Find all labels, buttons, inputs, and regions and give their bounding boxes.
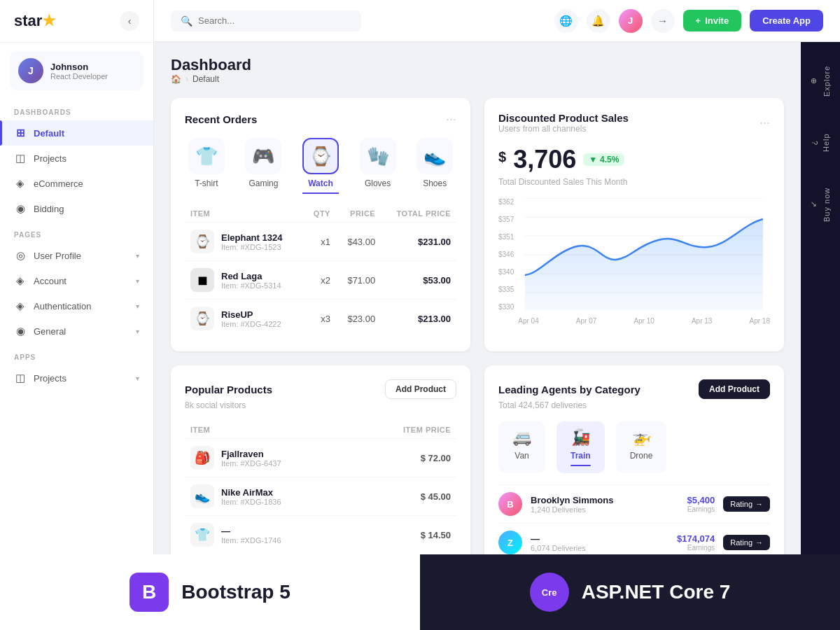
invite-button[interactable]: + Invite (683, 10, 742, 31)
x-label: Apr 18 (750, 317, 770, 325)
product-row: 👟 Nike AirMax Item: #XDG-1836 $ 45.00 (185, 477, 456, 515)
create-app-button[interactable]: Create App (750, 10, 823, 31)
agent-info: — 6,074 Deliveries (531, 533, 657, 552)
logo-star: ★ (42, 12, 56, 29)
discounted-sales-title: Discounted Product Sales (498, 112, 629, 124)
bootstrap-overlay: B Bootstrap 5 (0, 554, 420, 630)
product-price: $ 45.00 (421, 491, 451, 502)
sidebar-label-default: Default (34, 128, 139, 139)
sidebar-item-authentication[interactable]: ◈ Authentication ▾ (0, 293, 153, 318)
product-id: Item: #XDG-6437 (221, 459, 281, 468)
sidebar-item-account[interactable]: ◈ Account ▾ (0, 268, 153, 293)
sidebar-label-projects-app: Projects (34, 373, 129, 384)
bidding-icon: ◉ (14, 202, 27, 215)
agent-earnings: $5,400 Earnings (666, 495, 715, 513)
col-price: PRICE (336, 205, 381, 223)
col-qty: QTY (304, 205, 336, 223)
orders-table: ITEM QTY PRICE TOTAL PRICE ⌚ (185, 205, 456, 337)
agent-name: — (531, 533, 657, 544)
active-tab-underline (570, 465, 591, 466)
arrow-icon: → (755, 538, 763, 547)
popular-products-title: Popular Products (185, 384, 272, 396)
trend-icon: ▼ (589, 155, 597, 164)
y-label: $346 (498, 251, 514, 258)
rating-label: Rating (730, 538, 752, 547)
stats-badge: ▼ 4.5% (583, 153, 624, 166)
add-product-button[interactable]: Add Product (385, 379, 456, 399)
chevron-down-icon-4: ▾ (136, 328, 139, 335)
tab-watch[interactable]: ⌚ Watch (302, 138, 339, 194)
discounted-sales-header: Discounted Product Sales Users from all … (498, 112, 770, 134)
table-cell-total: $213.00 (381, 300, 456, 338)
add-product-button-agents[interactable]: Add Product (699, 379, 770, 399)
sidebar-item-projects-app[interactable]: ◫ Projects ▾ (0, 365, 153, 391)
table-cell-item: ◼ Red Laga Item: #XDG-5314 (185, 261, 304, 300)
discounted-menu-icon[interactable]: ··· (760, 115, 770, 130)
sidebar-label-authentication: Authentication (34, 301, 129, 312)
agent-name: Brooklyn Simmons (531, 495, 657, 505)
table-row: ⌚ RiseUP Item: #XDG-4222 x3 $23.00 (185, 300, 456, 338)
search-input[interactable] (198, 15, 351, 26)
sidebar-item-ecommerce[interactable]: ◈ eCommerce (0, 171, 153, 196)
product-table-header: ITEM ITEM PRICE (185, 421, 456, 438)
sidebar-label-projects: Projects (34, 153, 139, 164)
chart-area: Apr 04 Apr 07 Apr 10 Apr 13 Apr 18 (518, 198, 770, 325)
popular-products-sub: 8k social visitors (185, 400, 456, 410)
agent-tab-van[interactable]: 🚐 Van (498, 421, 545, 473)
help-icon: ? (811, 140, 819, 145)
van-icon: 🚐 (512, 428, 531, 447)
agent-tab-drone[interactable]: 🚁 Drone (616, 421, 667, 473)
product-name: — (221, 526, 281, 536)
globe-button[interactable]: 🌐 (554, 9, 578, 33)
card-menu-icon[interactable]: ··· (446, 112, 456, 127)
item-id: Item: #XDG-5314 (221, 281, 281, 290)
agents-title: Leading Agents by Category (498, 384, 640, 396)
agent-earnings: $174,074 Earnings (666, 533, 715, 552)
agent-avatar: B (498, 492, 522, 516)
recent-orders-card: Recent Orders ··· 👕 T-shirt 🎮 Gaming (171, 98, 470, 351)
sidebar-label-bidding: Bidding (34, 204, 139, 214)
shoes-tab-label: Shoes (423, 178, 447, 188)
arrow-right-button[interactable]: → (651, 9, 675, 33)
sidebar-item-user-profile[interactable]: ◎ User Profile ▾ (0, 243, 153, 268)
help-label: Help (822, 134, 830, 153)
help-panel-item[interactable]: ? Help (806, 115, 835, 171)
account-icon: ◈ (14, 274, 27, 287)
tab-gloves[interactable]: 🧤 Gloves (360, 138, 396, 194)
user-role: React Developer (50, 72, 108, 80)
sidebar-item-bidding[interactable]: ◉ Bidding (0, 196, 153, 221)
table-cell-qty: x3 (304, 300, 336, 338)
currency-symbol: $ (498, 149, 506, 165)
sidebar-item-default[interactable]: ⊞ Default (0, 120, 153, 146)
explore-panel-item[interactable]: ⊕ Explore (806, 53, 835, 109)
agent-earnings-label: Earnings (666, 505, 715, 513)
col-price-label: ITEM PRICE (403, 426, 451, 434)
user-card: J Johnson React Developer (10, 51, 144, 90)
tab-gaming[interactable]: 🎮 Gaming (245, 138, 281, 194)
bell-button[interactable]: 🔔 (587, 9, 610, 33)
sidebar: star★ ‹ J Johnson React Developer DASHBO… (0, 0, 154, 630)
discounted-sales-card: Discounted Product Sales Users from all … (484, 98, 784, 351)
collapse-button[interactable]: ‹ (120, 11, 139, 31)
sidebar-item-projects[interactable]: ◫ Projects (0, 146, 153, 171)
product-icon: 👟 (190, 484, 214, 508)
tab-tshirt[interactable]: 👕 T-shirt (188, 138, 225, 194)
breadcrumb-separator: › (186, 74, 188, 84)
nav-section-dashboards: DASHBOARDS (0, 99, 153, 120)
table-cell-price: $43.00 (336, 223, 381, 261)
search-box[interactable]: 🔍 (171, 10, 361, 31)
agent-tab-train[interactable]: 🚂 Train (556, 421, 605, 473)
rating-button[interactable]: Rating → (723, 496, 770, 512)
sidebar-item-general[interactable]: ◉ General ▾ (0, 318, 153, 344)
tab-shoes[interactable]: 👟 Shoes (416, 138, 453, 194)
buy-label: Buy now (822, 187, 831, 221)
buy-panel-item[interactable]: ↗ Buy now (806, 176, 835, 232)
dashboard-grid-row1: Recent Orders ··· 👕 T-shirt 🎮 Gaming (171, 98, 784, 351)
col-total: TOTAL PRICE (381, 205, 456, 223)
product-info: 👟 Nike AirMax Item: #XDG-1836 (190, 484, 421, 508)
popular-products-header: Popular Products Add Product (185, 379, 456, 399)
table-cell-qty: x2 (304, 261, 336, 300)
agent-tabs: 🚐 Van 🚂 Train 🚁 Drone (498, 421, 770, 473)
rating-button[interactable]: Rating → (723, 535, 770, 550)
sidebar-label-user-profile: User Profile (34, 251, 129, 261)
